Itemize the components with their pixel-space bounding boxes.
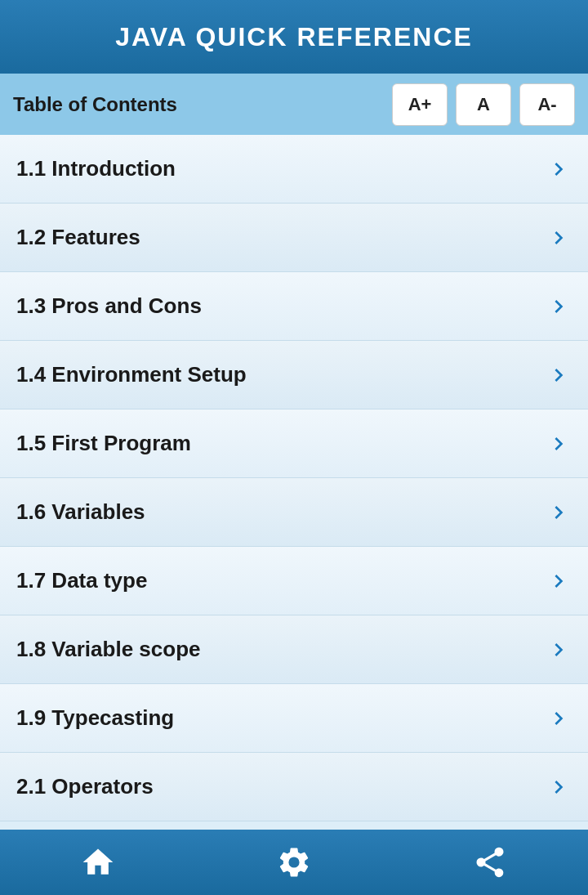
home-icon [80, 844, 116, 880]
item-label: 1.5 First Program [16, 431, 191, 456]
chevron-right-icon [546, 362, 572, 388]
item-label: 1.7 Data type [16, 568, 147, 593]
item-label: 1.3 Pros and Cons [16, 293, 202, 319]
list-item[interactable]: 1.4 Environment Setup [0, 341, 588, 409]
chevron-right-icon [546, 499, 572, 526]
item-label: 1.2 Features [16, 225, 140, 250]
list-item[interactable]: 2.1 Operators [0, 753, 588, 821]
list-item[interactable]: 1.2 Features [0, 204, 588, 272]
gear-icon [276, 844, 312, 880]
share-icon [472, 844, 508, 880]
chevron-right-icon [546, 774, 572, 800]
item-label: 1.6 Variables [16, 499, 145, 525]
list-item[interactable]: 1.7 Data type [0, 547, 588, 615]
chevron-right-icon [546, 225, 572, 251]
chevron-right-icon [546, 431, 572, 457]
item-label: 2.1 Operators [16, 774, 154, 799]
chevron-right-icon [546, 637, 572, 663]
item-label: 1.8 Variable scope [16, 637, 200, 662]
list-item[interactable]: 1.6 Variables [0, 478, 588, 547]
font-increase-button[interactable]: A+ [392, 83, 448, 126]
chevron-right-icon [546, 568, 572, 594]
list-item[interactable]: 1.9 Typecasting [0, 684, 588, 753]
content-list: 1.1 Introduction1.2 Features1.3 Pros and… [0, 135, 588, 830]
app-header: JAVA QUICK REFERENCE [0, 0, 588, 74]
list-item[interactable]: 1.3 Pros and Cons [0, 272, 588, 341]
toc-label: Table of Contents [13, 93, 384, 116]
item-label: 1.4 Environment Setup [16, 362, 247, 387]
list-item[interactable]: 1.1 Introduction [0, 135, 588, 204]
chevron-right-icon [546, 705, 572, 732]
chevron-right-icon [546, 293, 572, 320]
item-label: 1.1 Introduction [16, 156, 176, 181]
home-nav-button[interactable] [69, 838, 127, 887]
app-title: JAVA QUICK REFERENCE [115, 22, 473, 52]
list-item[interactable]: 1.8 Variable scope [0, 615, 588, 684]
chevron-right-icon [546, 156, 572, 182]
font-reset-button[interactable]: A [456, 83, 511, 126]
share-nav-button[interactable] [461, 838, 519, 887]
font-decrease-button[interactable]: A- [519, 83, 575, 126]
item-label: 1.9 Typecasting [16, 705, 174, 731]
list-item[interactable]: 1.5 First Program [0, 409, 588, 478]
toc-bar: Table of Contents A+ A A- [0, 74, 588, 135]
bottom-nav [0, 830, 588, 895]
settings-nav-button[interactable] [265, 838, 323, 887]
